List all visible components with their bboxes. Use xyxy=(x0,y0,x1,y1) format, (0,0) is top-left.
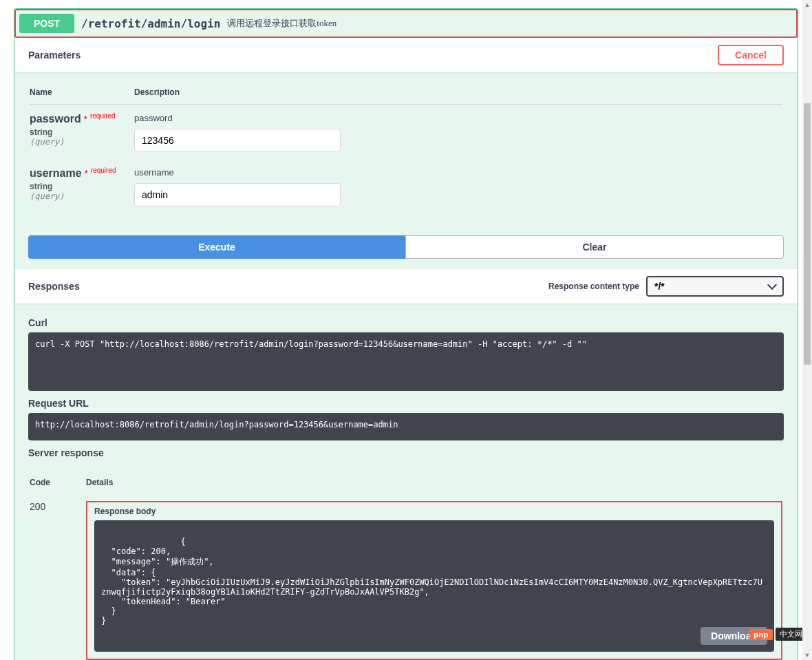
scroll-down-icon[interactable]: ▼ xyxy=(802,650,812,660)
param-in: (query) xyxy=(30,137,133,147)
content-type-label: Response content type xyxy=(548,281,639,291)
column-name-header: Name xyxy=(30,81,133,105)
response-body-label: Response body xyxy=(94,507,774,516)
execute-button[interactable]: Execute xyxy=(28,235,405,259)
php-badge-icon: php xyxy=(749,629,773,640)
parameter-row: username * required string (query) usern… xyxy=(30,160,782,213)
endpoint-path: /retrofit/admin/login xyxy=(81,17,220,30)
username-input[interactable] xyxy=(134,183,341,206)
request-url-label: Request URL xyxy=(28,398,784,409)
endpoint-description: 调用远程登录接口获取token xyxy=(227,17,336,30)
response-body-section: Curl curl -X POST "http://localhost:8086… xyxy=(14,304,798,469)
required-label: required xyxy=(90,112,116,120)
parameters-header: Parameters Cancel xyxy=(14,38,798,72)
method-badge: POST xyxy=(19,14,74,33)
scrollbar-thumb[interactable] xyxy=(804,103,811,365)
required-star-icon: * xyxy=(84,168,87,179)
response-table: Code Details 200 Response body { "code":… xyxy=(14,469,798,660)
code-column-header: Code xyxy=(30,471,85,493)
curl-label: Curl xyxy=(28,317,784,328)
parameters-title: Parameters xyxy=(28,50,81,61)
column-description-header: Description xyxy=(134,81,782,105)
operation-block: POST /retrofit/admin/login 调用远程登录接口获取tok… xyxy=(14,8,798,660)
scrollbar[interactable]: ▲ ▼ xyxy=(802,0,812,660)
responses-title: Responses xyxy=(28,281,80,292)
execute-row: Execute Clear xyxy=(14,222,798,269)
param-type: string xyxy=(30,180,133,191)
parameters-table: Name Description password * required str… xyxy=(14,72,798,222)
content-type-select[interactable]: */* xyxy=(646,276,784,297)
param-name: password xyxy=(30,113,81,125)
server-response-label: Server response xyxy=(28,447,784,458)
watermark: php 中文网 xyxy=(749,628,806,641)
scroll-up-icon[interactable]: ▲ xyxy=(802,0,812,10)
param-name: username xyxy=(30,167,82,179)
password-input[interactable] xyxy=(134,129,341,152)
param-description: password xyxy=(134,113,782,123)
responses-header: Responses Response content type */* xyxy=(14,269,798,304)
response-body-content: { "code": 200, "message": "操作成功", "data"… xyxy=(94,520,774,652)
clear-button[interactable]: Clear xyxy=(405,235,784,259)
curl-command: curl -X POST "http://localhost:8086/retr… xyxy=(28,332,784,391)
operation-summary[interactable]: POST /retrofit/admin/login 调用远程登录接口获取tok… xyxy=(14,9,798,38)
response-detail-highlight: Response body { "code": 200, "message": … xyxy=(86,501,782,660)
param-in: (query) xyxy=(30,191,133,201)
request-url-value: http://localhost:8086/retrofit/admin/log… xyxy=(28,413,784,440)
required-star-icon: * xyxy=(84,114,87,125)
details-column-header: Details xyxy=(86,471,782,493)
param-description: username xyxy=(134,167,782,178)
cancel-button[interactable]: Cancel xyxy=(718,45,784,65)
parameter-row: password * required string (query) passw… xyxy=(30,106,782,159)
response-code: 200 xyxy=(30,494,85,660)
required-label: required xyxy=(91,167,116,174)
param-type: string xyxy=(30,125,133,137)
